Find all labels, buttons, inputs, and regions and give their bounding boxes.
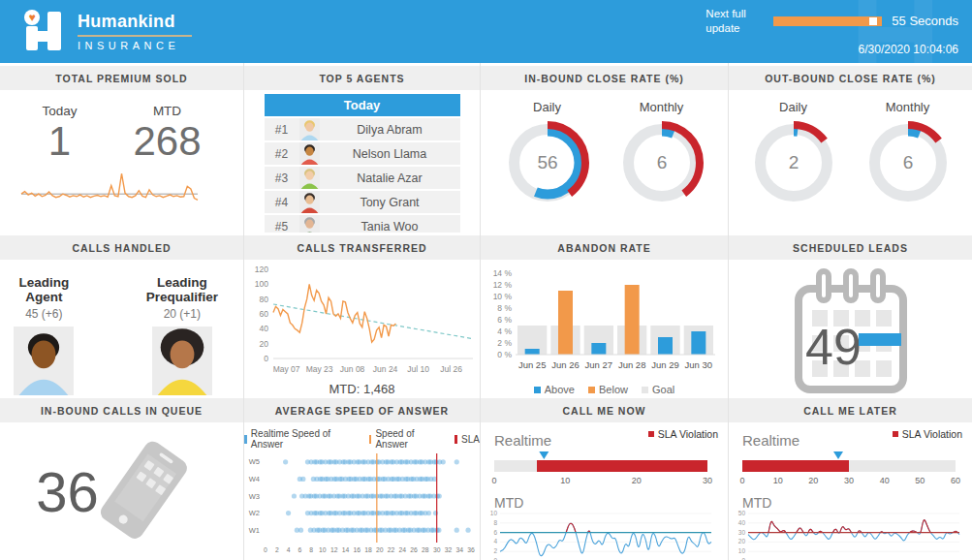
panel-title: CALLS TRANSFERRED	[244, 235, 480, 260]
abandon-rate-chart: 0 %2 %4 %6 %8 %10 %12 %14 %Jun 25Jun 26J…	[481, 265, 728, 384]
svg-text:6: 6	[298, 546, 301, 553]
legend-item: SLA	[455, 434, 480, 445]
panel-inbound-close-rate: IN-BOUND CLOSE RATE (%) Daily 56 Monthly…	[481, 63, 729, 233]
svg-text:W3: W3	[249, 492, 260, 501]
agent-row: #3Natalie Azar	[265, 167, 460, 189]
svg-text:40: 40	[880, 476, 890, 485]
sla-swatch-icon	[893, 431, 898, 437]
panel-calls-transferred: CALLS TRANSFERRED 020406080100120May 07M…	[244, 233, 481, 395]
svg-text:Jun 30: Jun 30	[685, 359, 713, 370]
leader-block: Leading Prequalifier20 (+1)	[121, 275, 243, 395]
brand: ♥ Humankind INSURANCE	[21, 8, 192, 56]
svg-text:20: 20	[260, 339, 269, 349]
next-update-label: Next full update	[705, 7, 764, 36]
agent-row: #4Tony Grant	[265, 191, 460, 213]
legend-item: Below	[588, 384, 628, 395]
agent-rank: #5	[265, 220, 299, 233]
svg-text:4: 4	[287, 546, 291, 553]
call-me-now-mtd-chart: 0246810	[486, 511, 722, 560]
update-progress-bar	[773, 16, 882, 26]
agent-row: #2Nelson Llama	[265, 142, 460, 165]
panel-title: ABANDON RATE	[481, 235, 728, 260]
sla-swatch-icon	[648, 431, 654, 437]
svg-text:24: 24	[399, 546, 407, 553]
svg-text:34: 34	[455, 546, 463, 553]
agent-rank: #1	[265, 123, 299, 137]
leader-value: 20 (+1)	[121, 307, 243, 321]
svg-text:20: 20	[376, 546, 384, 553]
svg-text:30: 30	[703, 476, 712, 485]
inbound-monthly-donut-chart: 6	[617, 118, 706, 211]
panel-abandon-rate: ABANDON RATE 0 %2 %4 %6 %8 %10 %12 %14 %…	[481, 233, 729, 395]
asa-scatter-chart: W1W2W3W4W5024681012141618202224262830323…	[244, 450, 480, 560]
svg-text:2: 2	[275, 546, 279, 553]
dashboard-grid: TOTAL PREMIUM SOLD Today 1 MTD 268 TOP 5…	[0, 63, 972, 560]
panel-title: CALLS HANDLED	[0, 235, 243, 260]
mtd-label: MTD	[742, 495, 972, 511]
svg-text:100: 100	[255, 279, 268, 289]
svg-text:0: 0	[264, 546, 267, 553]
calls-transferred-chart: 020406080100120May 07May 23Jun 08Jun 24J…	[244, 264, 480, 382]
agent-name: Tony Grant	[320, 196, 460, 209]
abandon-rate-legend: AboveBelowGoal	[481, 384, 728, 395]
agent-name: Nelson Llama	[320, 147, 460, 161]
svg-text:0 %: 0 %	[497, 350, 512, 359]
svg-text:14 %: 14 %	[493, 268, 513, 278]
svg-text:26: 26	[410, 546, 418, 553]
svg-text:120: 120	[255, 264, 268, 274]
panel-title: AVERAGE SPEED OF ANSWER	[244, 398, 480, 422]
agent-row: #5Tania Woo	[265, 215, 460, 233]
panel-title: IN-BOUND CALLS IN QUEUE	[0, 398, 243, 422]
legend-item: Realtime Speed of Answer	[244, 428, 360, 450]
svg-text:Jul 10: Jul 10	[407, 364, 429, 374]
svg-text:10: 10	[490, 511, 498, 516]
svg-text:6: 6	[902, 152, 913, 172]
panel-title: TOTAL PREMIUM SOLD	[0, 66, 243, 90]
app-header: H ♥ Humankind INSURANCE Next full update	[0, 0, 972, 63]
agents-table-header: Today	[265, 94, 460, 116]
legend-item: Above	[534, 384, 575, 395]
leader-value: 45 (+6)	[0, 307, 88, 321]
mtd-value: 268	[133, 120, 201, 163]
agent-row: #1Dilya Abram	[265, 118, 460, 140]
dashboard-app: H ♥ Humankind INSURANCE Next full update	[0, 0, 972, 560]
monthly-label: Monthly	[863, 100, 953, 114]
agent-avatar	[299, 215, 320, 233]
svg-text:14: 14	[342, 546, 350, 553]
svg-text:10: 10	[738, 547, 746, 554]
legend-swatch-icon	[455, 435, 457, 444]
panel-title: CALL ME NOW	[481, 398, 728, 422]
calls-transferred-mtd: MTD: 1,468	[244, 382, 480, 395]
daily-label: Daily	[749, 100, 838, 114]
agent-rank: #3	[265, 171, 299, 185]
sla-violation-legend: SLA Violation	[648, 428, 718, 440]
svg-text:0: 0	[264, 354, 268, 363]
outbound-monthly-donut-chart: 6	[863, 118, 953, 211]
panel-title: SCHEDULED LEADS	[729, 235, 972, 260]
svg-text:Jun 24: Jun 24	[373, 364, 398, 374]
inbound-daily-donut-chart: 56	[503, 118, 592, 211]
call-me-later-mtd-chart: 01020304050	[735, 511, 966, 560]
agent-avatar	[299, 167, 320, 189]
panel-call-me-now: CALL ME NOW SLA Violation Realtime 01020…	[481, 395, 729, 560]
svg-text:32: 32	[445, 546, 453, 553]
legend-item: Speed of Answer	[369, 428, 445, 450]
svg-text:W5: W5	[249, 457, 260, 466]
agent-avatar	[299, 191, 320, 213]
agent-avatar	[299, 142, 320, 165]
svg-text:2 %: 2 %	[497, 338, 512, 348]
svg-text:12 %: 12 %	[493, 280, 513, 290]
svg-text:22: 22	[388, 546, 395, 553]
brand-name: Humankind	[78, 12, 192, 32]
monthly-label: Monthly	[617, 100, 706, 114]
agents-table: Today #1Dilya Abram#2Nelson Llama#3Natal…	[265, 94, 460, 233]
svg-text:40: 40	[738, 519, 746, 526]
brand-divider	[78, 35, 192, 37]
leader-photo	[121, 327, 243, 395]
outbound-daily-donut-chart: 2	[749, 118, 838, 211]
svg-text:0: 0	[739, 476, 744, 485]
svg-text:Jul 26: Jul 26	[440, 364, 462, 374]
legend-swatch-icon	[369, 435, 372, 444]
svg-text:60: 60	[951, 476, 960, 485]
call-me-now-gauge: 0102030	[486, 451, 722, 491]
